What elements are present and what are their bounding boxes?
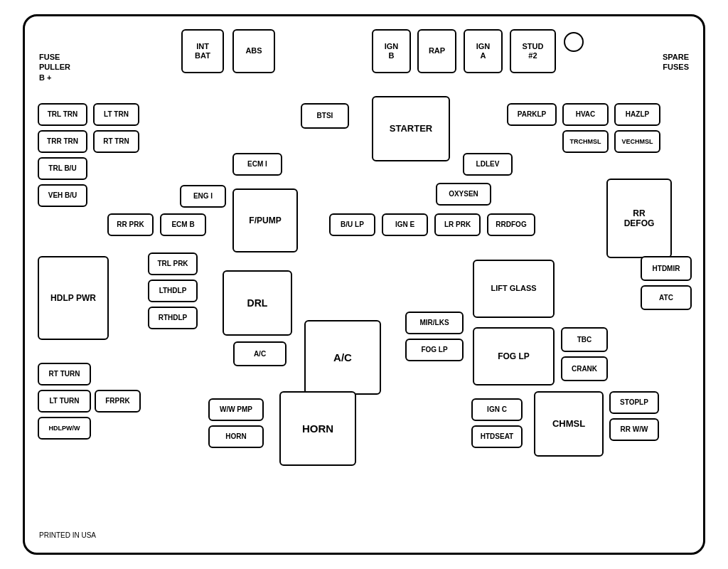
- fuse-abs: ABS: [232, 29, 275, 73]
- fuse-ecm-i: ECM I: [232, 153, 282, 176]
- fuse-atc: ATC: [641, 285, 692, 310]
- fuse-parklp: PARKLP: [507, 103, 557, 126]
- fuse-mir-lks: MIR/LKS: [405, 312, 464, 334]
- fuse-hdlp-pwr: HDLP PWR: [38, 256, 109, 340]
- fuse-ign-e: IGN E: [382, 213, 428, 236]
- fuse-oxysen: OXYSEN: [436, 183, 491, 206]
- fuse-htdseat: HTDSEAT: [471, 425, 523, 448]
- fuse-puller-label: FUSEPULLERB +: [39, 52, 70, 83]
- fuse-trchmsl: TRCHMSL: [562, 130, 609, 153]
- fuse-eng-i: ENG I: [180, 185, 226, 208]
- fuse-horn-small: HORN: [208, 425, 264, 448]
- fuse-rr-defog: RRDEFOG: [606, 179, 672, 258]
- fuse-bu-lp: B/U LP: [329, 213, 375, 236]
- fuse-ign-a: IGNA: [464, 29, 503, 73]
- stud-circle: [564, 32, 584, 52]
- fuse-veh-bu: VEH B/U: [38, 184, 87, 207]
- fuse-trl-prk: TRL PRK: [148, 252, 198, 275]
- fuse-chmsl: CHMSL: [534, 391, 604, 457]
- fuse-lift-glass: LIFT GLASS: [473, 260, 555, 318]
- fuse-rrdfog: RRDFOG: [487, 213, 535, 236]
- fuse-ign-c: IGN C: [471, 398, 523, 421]
- fuse-rt-trn: RT TRN: [93, 130, 139, 153]
- fuse-starter: STARTER: [372, 96, 450, 161]
- fuse-ww-pmp: W/W PMP: [208, 398, 264, 421]
- fuse-rt-turn: RT TURN: [38, 363, 91, 385]
- fuse-vechmsl: VECHMSL: [614, 130, 660, 153]
- fuse-ign-b: IGNB: [372, 29, 411, 73]
- fuse-stud2: STUD#2: [510, 29, 556, 73]
- fuse-horn-large: HORN: [279, 391, 356, 466]
- fuse-lt-turn: LT TURN: [38, 390, 91, 413]
- fuse-btsi: BTSI: [301, 103, 349, 129]
- fuse-lt-trn: LT TRN: [93, 103, 139, 126]
- fuse-int-bat: INTBAT: [181, 29, 224, 73]
- fuse-fog-lp-top: FOG LP: [405, 339, 464, 361]
- fuse-drl: DRL: [223, 270, 292, 336]
- fuse-rr-ww: RR W/W: [609, 418, 659, 441]
- fuse-lthdlp: LTHDLP: [148, 280, 198, 302]
- fuse-trl-trn: TRL TRN: [38, 103, 87, 126]
- fuse-crank: CRANK: [561, 356, 608, 381]
- fuse-trr-trn: TRR TRN: [38, 130, 87, 153]
- fuse-box-diagram: FUSEPULLERB + SPAREFUSES INTBAT ABS IGNB…: [23, 14, 705, 555]
- fuse-fog-lp: FOG LP: [473, 327, 555, 385]
- fuse-rthdlp: RTHDLP: [148, 307, 198, 329]
- fuse-lr-prk: LR PRK: [434, 213, 481, 236]
- fuse-stoplp: STOPLP: [609, 391, 659, 414]
- fuse-hazlp: HAZLP: [614, 103, 660, 126]
- fuse-ecm-b: ECM B: [160, 213, 206, 236]
- fuse-hvac: HVAC: [562, 103, 609, 126]
- printed-label: PRINTED IN USA: [39, 531, 96, 540]
- fuse-rr-prk: RR PRK: [107, 213, 154, 236]
- fuse-trl-bu: TRL B/U: [38, 157, 87, 180]
- fuse-rap: RAP: [417, 29, 456, 73]
- fuse-ac-large: A/C: [304, 320, 381, 395]
- fuse-htdmir: HTDMIR: [641, 256, 692, 281]
- spare-fuses-label: SPAREFUSES: [663, 52, 689, 73]
- fuse-ac-small: A/C: [233, 341, 287, 366]
- fuse-fpump: F/PUMP: [232, 188, 298, 252]
- fuse-ldlev: LDLEV: [463, 153, 513, 176]
- fuse-tbc: TBC: [561, 327, 608, 352]
- fuse-hdlpww: HDLPW/W: [38, 417, 91, 440]
- fuse-frprk: FRPRK: [95, 390, 141, 413]
